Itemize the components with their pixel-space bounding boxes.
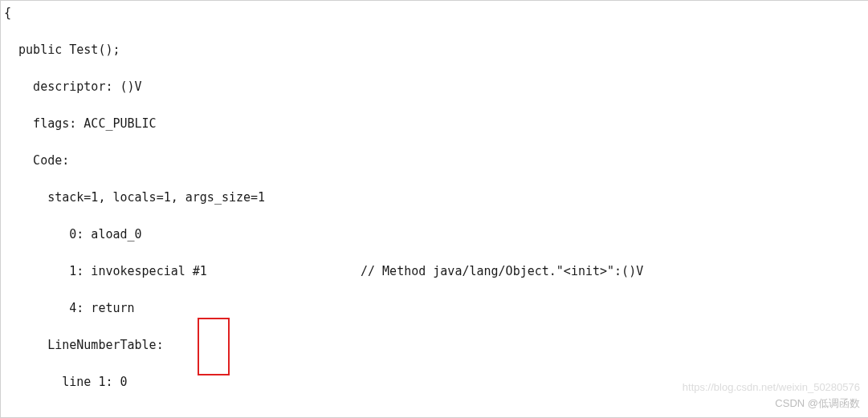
code-line: 0: aload_0 bbox=[4, 225, 868, 244]
code-line: line 1: 0 bbox=[4, 373, 868, 392]
code-line: Code: bbox=[4, 152, 868, 170]
code-line: descriptor: ()V bbox=[4, 78, 868, 96]
comment: // Method java/lang/Object."<init>":()V bbox=[361, 262, 643, 281]
code-line: stack=1, locals=1, args_size=1 bbox=[4, 189, 868, 207]
bytecode-listing: { public Test(); descriptor: ()V flags: … bbox=[4, 4, 868, 418]
code-line: { bbox=[4, 4, 868, 22]
code-line: 4: return bbox=[4, 299, 868, 318]
code-viewport: { public Test(); descriptor: ()V flags: … bbox=[0, 0, 868, 418]
instr: 1: invokespecial #1 bbox=[4, 262, 207, 281]
code-line: flags: ACC_PUBLIC bbox=[4, 115, 868, 133]
code-line: LineNumberTable: bbox=[4, 336, 868, 355]
code-line: 1: invokespecial #1// Method java/lang/O… bbox=[4, 262, 868, 281]
code-line: public Test(); bbox=[4, 41, 868, 59]
